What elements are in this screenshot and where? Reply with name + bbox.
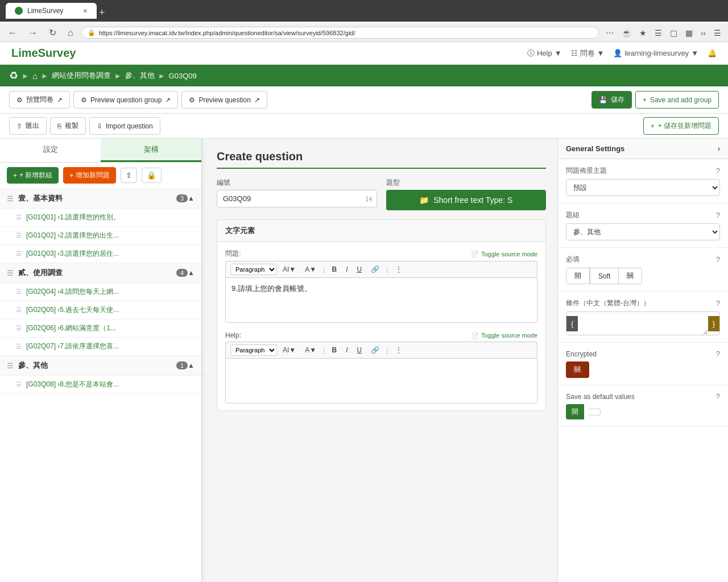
- group-select[interactable]: 參、其他: [566, 223, 720, 240]
- breadcrumb-group[interactable]: 參、其他: [125, 70, 155, 81]
- save-add-question-btn[interactable]: + + 儲存並新增問題: [643, 117, 719, 135]
- help-italic-btn[interactable]: I: [342, 344, 351, 356]
- forward-button[interactable]: →: [25, 27, 41, 39]
- page-title: Create question: [217, 150, 546, 169]
- lock-btn[interactable]: 🔒: [142, 168, 162, 183]
- menu-btn[interactable]: ☰: [712, 27, 723, 39]
- export-icon: ⇧: [16, 122, 22, 130]
- expand-all-btn[interactable]: ⇧: [121, 168, 137, 183]
- tab-settings[interactable]: 設定: [0, 139, 101, 162]
- list-item[interactable]: ☰ [G02Q06] ›6.網站滿意度（1...: [0, 319, 201, 338]
- content-area: Create question 編號 14 題型 📁 Short free te…: [205, 139, 557, 582]
- help-font-size-btn[interactable]: AI▼: [279, 344, 299, 356]
- pocket-btn[interactable]: ☕: [619, 27, 634, 39]
- font-size-btn[interactable]: AI▼: [279, 264, 299, 275]
- condition-right-brace: }: [708, 316, 719, 331]
- save-add-group-btn[interactable]: + Save and add group: [635, 91, 719, 109]
- help-button[interactable]: ⓘ Help ▼: [527, 48, 562, 59]
- back-button[interactable]: ←: [5, 27, 20, 39]
- question-type-btn[interactable]: 📁 Short free text Type: S: [386, 190, 547, 210]
- list-item[interactable]: ☰ [G01Q03] ›3.請選擇您的居住...: [0, 245, 201, 263]
- address-bar[interactable]: 🔒 https://limesurvey.imacat.idv.tw/index…: [81, 27, 599, 39]
- save-default-off-btn[interactable]: [589, 409, 601, 415]
- group-header-2[interactable]: ☰ 貳、使用調查 4 ▲: [0, 263, 201, 283]
- user-button[interactable]: 👤 learning-limesurvey ▼: [613, 49, 698, 57]
- help-bold-btn[interactable]: B: [329, 344, 341, 356]
- breadcrumb-survey[interactable]: 網站使用問卷調查: [52, 70, 111, 81]
- home-button[interactable]: ⌂: [64, 27, 77, 39]
- condition-input[interactable]: [578, 312, 708, 335]
- link-btn[interactable]: 🔗: [367, 264, 383, 275]
- underline-btn[interactable]: U: [354, 264, 366, 275]
- help-font-color-btn[interactable]: A▼: [301, 344, 320, 356]
- save-default-on-btn[interactable]: 開: [566, 404, 584, 419]
- save-btn[interactable]: 💾 儲存: [592, 91, 632, 109]
- gear-icon-2: ⚙: [81, 96, 87, 104]
- mandatory-off-btn[interactable]: 關: [619, 268, 642, 284]
- group-questions-3: ☰ [G03Q08] ›8.您是不是本站會...: [0, 376, 201, 394]
- preview-group-btn[interactable]: ⚙ Preview question group ↗: [73, 91, 178, 109]
- question-editor-content[interactable]: 9.請填上您的會員帳號。: [225, 277, 537, 323]
- new-tab-button[interactable]: +: [99, 7, 105, 19]
- mandatory-on-btn[interactable]: 開: [566, 268, 590, 284]
- survey-button[interactable]: ☷ 問卷 ▼: [571, 48, 605, 59]
- toggle-source-help-btn[interactable]: 📄 Toggle source mode: [471, 332, 537, 339]
- reload-button[interactable]: ↻: [46, 26, 60, 39]
- app-logo: LimeSurvey: [11, 47, 76, 60]
- list-item[interactable]: ☰ [G02Q07] ›7.請依序選擇您喜...: [0, 338, 201, 356]
- help-underline-btn[interactable]: U: [354, 344, 366, 356]
- help-more-btn[interactable]: ⋮: [392, 344, 406, 356]
- group-header-3[interactable]: ☰ 參、其他 1 ▲: [0, 356, 201, 376]
- condition-section: 條件（中文（繁體-台灣）） ? { }: [558, 292, 728, 343]
- condition-help-icon[interactable]: ?: [716, 299, 720, 307]
- list-item[interactable]: ☰ [G02Q05] ›5.過去七天每天使...: [0, 301, 201, 319]
- list-item[interactable]: ☰ [G03Q08] ›8.您是不是本站會...: [0, 376, 201, 394]
- library-btn[interactable]: ☰: [652, 27, 664, 39]
- tab-close-btn[interactable]: ×: [83, 6, 88, 15]
- copy-btn[interactable]: ⎘ 複製: [50, 117, 86, 135]
- paragraph-select[interactable]: Paragraph: [230, 264, 277, 275]
- tab-structure[interactable]: 架構: [101, 139, 201, 162]
- group-label-row: 題組 ?: [566, 210, 720, 220]
- add-group-btn[interactable]: + + 新增群組: [7, 167, 59, 184]
- extensions-btn[interactable]: ››: [698, 27, 708, 39]
- encrypted-help-icon[interactable]: ?: [716, 350, 720, 358]
- breadcrumb-arrow-3: ►: [114, 72, 122, 80]
- breadcrumb-home-icon[interactable]: ⌂: [32, 71, 38, 81]
- preview-survey-btn[interactable]: ⚙ 預覽問卷 ↗: [9, 91, 70, 109]
- settings-expand-btn[interactable]: ›: [718, 144, 720, 153]
- help-paragraph-select[interactable]: Paragraph: [230, 344, 277, 356]
- group-header-1[interactable]: ☰ 壹、基本資料 3 ▲: [0, 189, 201, 209]
- encrypted-toggle-row: 關: [566, 361, 720, 378]
- help-editor-content[interactable]: [225, 358, 537, 404]
- theme-section: 問題佈景主題 ? 預設: [558, 159, 728, 203]
- import-btn[interactable]: ⇩ Import question: [89, 117, 160, 135]
- more-options-btn[interactable]: ⋯: [603, 27, 616, 39]
- export-btn[interactable]: ⇧ 匯出: [9, 117, 47, 135]
- sidebar-btn[interactable]: ▢: [668, 27, 680, 39]
- list-item[interactable]: ☰ [G01Q01] ›1.請選擇您的性別。: [0, 209, 201, 227]
- bold-btn[interactable]: B: [329, 264, 341, 275]
- theme-select[interactable]: 預設: [566, 179, 720, 196]
- encrypted-off-btn[interactable]: 關: [566, 361, 589, 378]
- group-help-icon[interactable]: ?: [716, 211, 720, 219]
- container-btn[interactable]: ▦: [683, 27, 695, 39]
- more-btn[interactable]: ⋮: [392, 264, 406, 275]
- preview-question-btn[interactable]: ⚙ Preview question ↗: [181, 91, 267, 109]
- theme-help-icon[interactable]: ?: [716, 167, 720, 175]
- font-color-btn[interactable]: A▼: [301, 264, 320, 275]
- help-link-btn[interactable]: 🔗: [367, 344, 383, 356]
- add-question-btn[interactable]: + 增加新問題: [63, 167, 116, 184]
- bookmark-btn[interactable]: ★: [637, 27, 649, 39]
- browser-tab[interactable]: LimeSurvey ×: [6, 3, 97, 19]
- notifications-button[interactable]: 🔔: [708, 49, 717, 57]
- save-default-help-icon[interactable]: ?: [716, 392, 720, 401]
- mandatory-help-icon[interactable]: ?: [716, 255, 720, 264]
- toggle-source-question-btn[interactable]: 📄 Toggle source mode: [471, 250, 537, 257]
- list-item[interactable]: ☰ [G01Q02] ›2.請選擇您的出生...: [0, 227, 201, 245]
- question-code-input[interactable]: [217, 190, 377, 207]
- mandatory-soft-btn[interactable]: Soft: [590, 268, 619, 284]
- italic-btn[interactable]: I: [342, 264, 351, 275]
- text-elements-panel: 文字元素 問題: 📄 Toggle source mode Paragraph …: [217, 219, 546, 411]
- list-item[interactable]: ☰ [G02Q04] ›4.請問您每天上網...: [0, 283, 201, 301]
